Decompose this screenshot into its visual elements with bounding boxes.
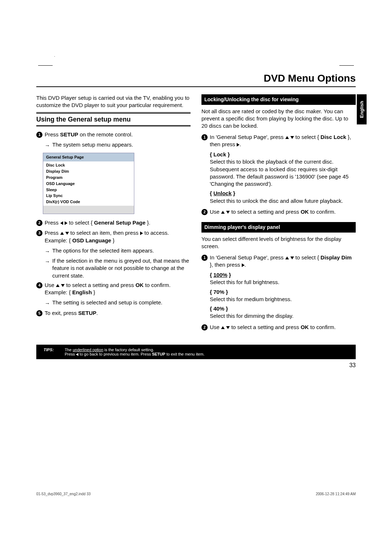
option-unlock-desc: Select this to unlock the disc and allow…: [210, 197, 356, 205]
menu-ref: Display Dim: [320, 254, 352, 260]
right-arrow-icon: [140, 231, 143, 235]
step-badge-4: 4: [36, 282, 42, 288]
up-arrow-icon: [60, 232, 64, 235]
example-value: English: [72, 289, 92, 295]
menu-ref: Disc Lock: [320, 134, 346, 140]
step-text: to select an item, then press: [69, 230, 140, 236]
step-text: to confirm.: [144, 282, 171, 288]
osd-menu-preview: General Setup Page Disc Lock Display Dim…: [43, 153, 134, 214]
tips-label: TIPS:: [44, 348, 54, 356]
lock-intro: Not all discs are rated or coded by the …: [201, 108, 356, 130]
button-ref-ok: OK: [135, 282, 144, 288]
step-text: to confirm.: [309, 209, 336, 215]
menu-ref: General Setup Page: [94, 219, 146, 226]
osd-menu-item: DivX(r) VOD Code: [46, 199, 131, 205]
step-badge-1: 1: [36, 132, 42, 138]
option-40-desc: Select this for dimming the display.: [210, 312, 356, 320]
footer-timestamp: 2006-12-28 11:24:49 AM: [316, 492, 356, 496]
step-text: }.: [146, 219, 150, 226]
lock-step-1: 1 In 'General Setup Page', press to sele…: [201, 134, 356, 148]
osd-menu-item: Sleep: [46, 187, 131, 193]
example-text: Example: {: [45, 237, 72, 243]
step-3-sub1: → The options for the selected item appe…: [45, 247, 191, 255]
step-text: to select a setting and press: [230, 324, 301, 330]
step-badge-2: 2: [36, 220, 42, 226]
down-arrow-icon: [226, 211, 230, 214]
page-number: 33: [36, 362, 356, 369]
up-arrow-icon: [221, 326, 225, 329]
step-1: 1 Press SETUP on the remote control.: [36, 131, 191, 138]
dim-step-1: 1 In 'General Setup Page', press to sele…: [201, 254, 356, 269]
example-text: Example: {: [45, 289, 72, 295]
down-arrow-icon: [290, 257, 294, 259]
option-40: { 40% }: [210, 305, 356, 312]
page-title: DVD Menu Options: [36, 73, 356, 87]
step-text: to confirm.: [309, 324, 336, 330]
intro-text: This DVD Player setup is carried out via…: [36, 94, 191, 109]
option-lock: { Lock }: [210, 151, 356, 158]
button-ref-setup: SETUP: [78, 310, 97, 316]
step-text: Press: [45, 230, 60, 236]
tips-text: The underlined option is the factory def…: [65, 348, 348, 356]
footer-filename: 01-53_dvp3960_37_eng2.indd 33: [36, 492, 91, 496]
section-title-general: Using the General setup menu: [36, 113, 191, 126]
left-column: This DVD Player setup is carried out via…: [36, 94, 191, 334]
language-tab: English: [357, 94, 367, 124]
subheading-lock: Locking/Unlocking the disc for viewing: [201, 94, 356, 105]
step-2: 2 Press to select { General Setup Page }…: [36, 219, 191, 226]
arrow-right-icon: →: [45, 258, 50, 265]
sub-text: The system setup menu appears.: [52, 141, 133, 148]
dim-intro: You can select different levels of brigh…: [201, 235, 356, 250]
step-text: In 'General Setup Page', press: [210, 254, 285, 260]
arrow-right-icon: →: [45, 300, 50, 307]
step-text: .: [245, 262, 246, 268]
step-text: In 'General Setup Page', press: [210, 134, 285, 140]
step-text: Use: [210, 324, 221, 330]
example-text: }: [92, 289, 95, 295]
osd-menu-item: Lip Sync: [46, 193, 131, 199]
step-5: 5 To exit, press SETUP.: [36, 309, 191, 317]
arrow-right-icon: →: [45, 142, 50, 149]
right-column: Locking/Unlocking the disc for viewing N…: [201, 94, 356, 334]
step-text: to select {: [294, 134, 320, 140]
lock-step-2: 2 Use to select a setting and press OK t…: [201, 208, 356, 216]
arrow-right-icon: →: [45, 248, 50, 255]
option-100: { 100% }: [210, 271, 356, 279]
down-arrow-icon: [65, 232, 69, 235]
tips-bar: TIPS: The underlined option is the facto…: [36, 345, 356, 359]
step-text: to select {: [294, 254, 320, 260]
right-arrow-icon: [242, 263, 245, 267]
down-arrow-icon: [226, 326, 230, 329]
up-arrow-icon: [285, 136, 289, 139]
osd-menu-item: OSD Language: [46, 181, 131, 187]
step-4-sub: → The setting is selected and setup is c…: [45, 299, 191, 307]
sub-text: The options for the selected item appear…: [52, 247, 154, 254]
step-text: to select a setting and press: [230, 209, 301, 215]
down-arrow-icon: [61, 284, 65, 287]
option-100-desc: Select this for full brightness.: [210, 279, 356, 286]
step-badge-1: 1: [201, 255, 208, 261]
dim-step-2: 2 Use to select a setting and press OK t…: [201, 324, 356, 331]
manual-page: English DVD Menu Options This DVD Player…: [0, 0, 392, 390]
step-text: Use: [45, 282, 56, 288]
step-text: to access.: [143, 230, 169, 236]
sub-text: If the selection in the menu is greyed o…: [52, 257, 191, 279]
option-70: { 70% }: [210, 288, 356, 296]
up-arrow-icon: [56, 284, 60, 287]
step-text: .: [240, 141, 241, 147]
osd-menu-item: Disc Lock: [46, 162, 131, 168]
step-text: }, then press: [210, 262, 242, 268]
example-text: }: [111, 237, 114, 243]
step-3: 3 Press to select an item, then press to…: [36, 229, 191, 244]
step-text: to select a setting and press: [65, 282, 135, 288]
step-text: Press: [45, 131, 60, 138]
osd-menu-footer: [43, 206, 134, 214]
button-ref-ok: OK: [301, 324, 309, 330]
step-text: on the remote control.: [78, 131, 133, 138]
step-text: Press: [45, 219, 60, 226]
step-badge-5: 5: [36, 310, 42, 316]
button-ref-ok: OK: [301, 209, 309, 215]
step-text: Use: [210, 209, 221, 215]
osd-menu-item: Program: [46, 175, 131, 181]
step-4: 4 Use to select a setting and press OK t…: [36, 282, 191, 296]
